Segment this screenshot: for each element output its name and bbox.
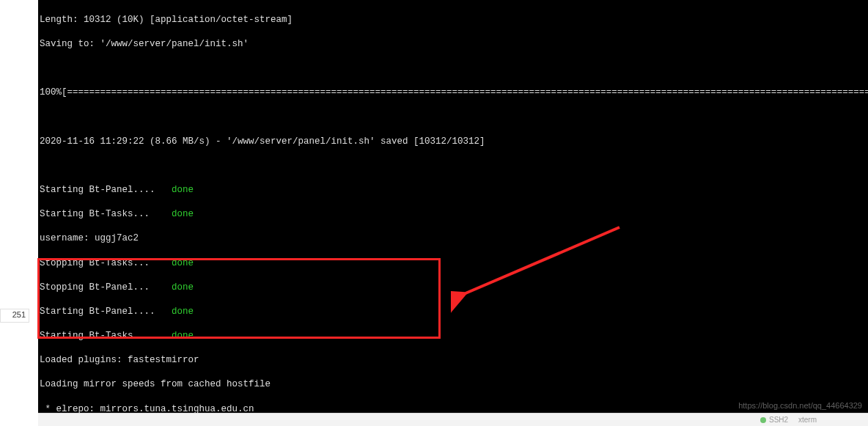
- progress-percent: 100%: [40, 87, 62, 98]
- service-label: Starting Bt-Tasks...: [40, 331, 150, 341]
- row-number-cell: 251: [0, 309, 29, 323]
- term-line: Saving to: '/www/server/panel/init.sh': [40, 38, 868, 50]
- service-status: done: [172, 282, 194, 293]
- status-ssh: SSH2: [769, 416, 788, 424]
- terminal-output[interactable]: Length: 10312 (10K) [application/octet-s…: [38, 0, 868, 426]
- term-line: [40, 62, 868, 74]
- status-bar: SSH2 xterm: [38, 413, 868, 426]
- term-line: Loading mirror speeds from cached hostfi…: [40, 378, 868, 390]
- service-line: Starting Bt-Tasks... done: [40, 208, 868, 220]
- progress-bar-line: 100%[===================================…: [40, 87, 868, 98]
- service-line: Stopping Bt-Panel... done: [40, 282, 868, 293]
- watermark: https://blog.csdn.net/qq_44664329: [738, 400, 862, 411]
- service-label: Stopping Bt-Tasks...: [40, 258, 150, 268]
- service-label: Starting Bt-Panel....: [40, 306, 155, 317]
- service-status: done: [172, 306, 194, 317]
- status-term: xterm: [798, 416, 817, 424]
- service-status: done: [172, 209, 194, 219]
- service-line: Starting Bt-Panel.... done: [40, 184, 868, 196]
- term-line: [40, 160, 868, 172]
- service-label: Starting Bt-Tasks...: [40, 209, 150, 219]
- term-line: 2020-11-16 11:29:22 (8.66 MB/s) - '/www/…: [40, 136, 868, 147]
- term-line: username: uggj7ac2: [40, 232, 868, 244]
- service-line: Stopping Bt-Tasks... done: [40, 257, 868, 269]
- service-line: Starting Bt-Tasks... done: [40, 330, 868, 342]
- service-status: done: [172, 258, 194, 268]
- left-gutter: [0, 0, 38, 426]
- term-line: [40, 111, 868, 123]
- term-line: Length: 10312 (10K) [application/octet-s…: [40, 14, 868, 26]
- service-status: done: [172, 331, 194, 341]
- service-line: Starting Bt-Panel.... done: [40, 306, 868, 317]
- connection-led-icon: [760, 417, 766, 423]
- service-label: Stopping Bt-Panel...: [40, 282, 150, 293]
- service-status: done: [172, 185, 194, 195]
- service-label: Starting Bt-Panel....: [40, 185, 155, 195]
- term-line: Loaded plugins: fastestmirror: [40, 354, 868, 366]
